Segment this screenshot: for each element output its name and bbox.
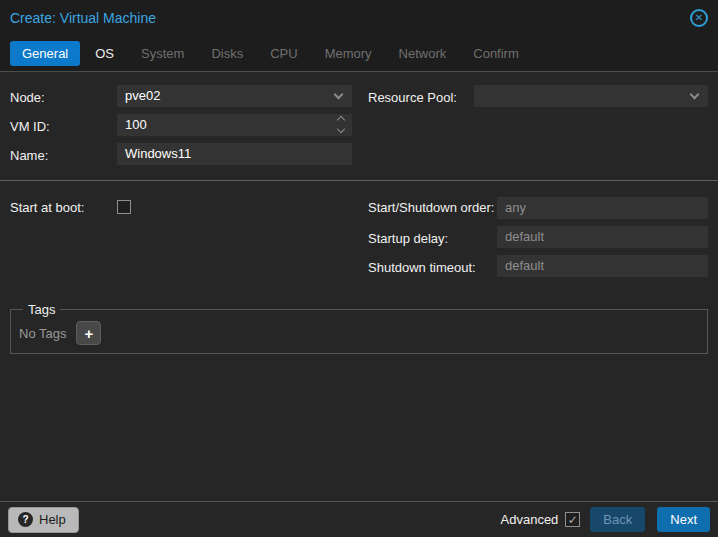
node-label: Node: [10, 87, 117, 106]
startup-delay-input[interactable]: default [497, 226, 708, 248]
spinner-arrows[interactable] [338, 117, 344, 132]
vmid-label: VM ID: [10, 116, 117, 135]
start-shutdown-order-input[interactable]: any [497, 197, 708, 219]
tab-cpu: CPU [258, 41, 309, 66]
create-vm-dialog: Create: Virtual Machine ✕ General OS Sys… [0, 0, 718, 537]
tab-os[interactable]: OS [83, 41, 126, 66]
tags-fieldset: Tags No Tags + [10, 302, 708, 354]
close-icon[interactable]: ✕ [690, 9, 708, 27]
identity-section: Node: pve02 VM ID: 100 [10, 85, 708, 172]
start-at-boot-checkbox[interactable] [117, 200, 131, 214]
name-value: Windows11 [125, 146, 191, 161]
wizard-tabbar: General OS System Disks CPU Memory Netwo… [0, 36, 718, 71]
node-value: pve02 [125, 88, 160, 103]
chevron-up-icon[interactable] [337, 116, 345, 124]
start-shutdown-order-label: Start/Shutdown order: [368, 197, 497, 216]
vmid-value: 100 [125, 117, 147, 132]
plus-icon: + [85, 325, 94, 342]
node-combobox[interactable]: pve02 [117, 85, 352, 107]
dialog-titlebar: Create: Virtual Machine ✕ [0, 0, 718, 36]
startup-delay-placeholder: default [505, 229, 544, 244]
help-button-label: Help [39, 512, 66, 527]
start-shutdown-order-placeholder: any [505, 200, 526, 215]
content-spacer [10, 354, 708, 501]
general-tab-panel: Node: pve02 VM ID: 100 [0, 71, 718, 501]
advanced-checkbox[interactable]: ✓ [565, 512, 580, 527]
chevron-down-icon[interactable] [334, 90, 344, 100]
dialog-title: Create: Virtual Machine [10, 10, 156, 26]
shutdown-timeout-label: Shutdown timeout: [368, 257, 497, 276]
dialog-footer: ? Help Advanced ✓ Back Next [0, 501, 718, 537]
help-icon: ? [18, 512, 33, 527]
chevron-down-icon[interactable] [690, 90, 700, 100]
add-tag-button[interactable]: + [76, 321, 101, 345]
tab-general[interactable]: General [10, 41, 80, 66]
next-button[interactable]: Next [657, 507, 710, 532]
resource-pool-label: Resource Pool: [368, 87, 474, 105]
name-label: Name: [10, 145, 117, 164]
checkmark-icon: ✓ [568, 513, 578, 527]
shutdown-timeout-placeholder: default [505, 258, 544, 273]
chevron-down-icon[interactable] [337, 125, 345, 133]
name-input[interactable]: Windows11 [117, 143, 352, 165]
section-divider [0, 180, 718, 181]
vmid-spinner[interactable]: 100 [117, 114, 352, 136]
advanced-label: Advanced [501, 512, 559, 527]
back-button[interactable]: Back [590, 507, 645, 532]
tab-confirm: Confirm [461, 41, 531, 66]
tab-memory: Memory [313, 41, 384, 66]
tab-network: Network [387, 41, 459, 66]
shutdown-timeout-input[interactable]: default [497, 255, 708, 277]
help-button[interactable]: ? Help [8, 507, 79, 533]
startup-delay-label: Startup delay: [368, 228, 497, 247]
no-tags-text: No Tags [19, 326, 66, 341]
tab-disks: Disks [199, 41, 255, 66]
start-at-boot-label: Start at boot: [10, 197, 117, 216]
tags-legend: Tags [23, 302, 60, 317]
startup-section: Start at boot: Start/Shutdown order: any… [10, 197, 708, 284]
resource-pool-combobox[interactable] [474, 85, 708, 107]
tab-system: System [129, 41, 196, 66]
